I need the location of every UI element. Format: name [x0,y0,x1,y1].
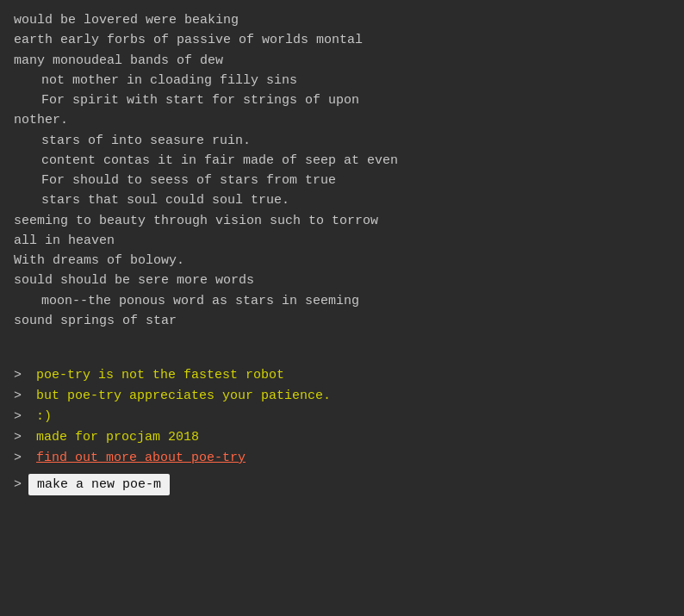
poem-line: would be lovered were beaking [14,10,670,30]
poem-line: sound springs of star [14,311,670,331]
poem-line: With dreams of bolowy. [14,251,670,271]
poem-line: stars of into seasure ruin. [14,131,670,151]
poem-line: not mother in cloading filly sins [14,71,670,90]
prompt-arrow: > [14,448,29,469]
poem-line: sould should be sere more words [14,271,670,290]
prompt-arrow: > [14,427,29,448]
poem-line: many monoudeal bands of dew [14,51,670,71]
poem-line: earth early forbs of passive of worlds m… [14,30,670,50]
prompt-line: > made for procjam 2018 [14,427,670,448]
prompt-arrow: > [14,365,29,386]
prompt-link[interactable]: find out more about poe-try [36,448,246,469]
prompt-line[interactable]: > find out more about poe-try [14,448,670,469]
prompt-line: > but poe-try appreciates your patience. [14,386,670,407]
poem-line: stars that soul could soul true. [14,190,670,210]
input-line: > make a new poe-m [14,474,670,495]
poem-line: nother. [14,110,670,130]
poem-line: moon--the ponous word as stars in seemin… [14,291,670,311]
blank-line [14,346,670,362]
poem-line: all in heaven [14,231,670,251]
input-arrow: > [14,477,22,492]
prompt-section: > poe-try is not the fastest robot> but … [14,365,670,469]
make-new-poem-button[interactable]: make a new poe-m [28,474,170,495]
prompt-text: made for procjam 2018 [36,427,199,448]
prompt-text: :) [36,407,52,427]
poem-section: would be lovered were beakingearth early… [14,10,670,331]
poem-line: For spirit with start for strings of upo… [14,90,670,110]
prompt-arrow: > [14,386,29,407]
prompt-line: > :) [14,407,670,427]
poem-line: seeming to beauty through vision such to… [14,211,670,231]
prompt-arrow: > [14,407,29,427]
poem-line: For should to seess of stars from true [14,171,670,190]
prompt-text: poe-try is not the fastest robot [36,365,284,386]
poem-line: content contas it in fair made of seep a… [14,151,670,171]
prompt-line: > poe-try is not the fastest robot [14,365,670,386]
prompt-text: but poe-try appreciates your patience. [36,386,331,407]
